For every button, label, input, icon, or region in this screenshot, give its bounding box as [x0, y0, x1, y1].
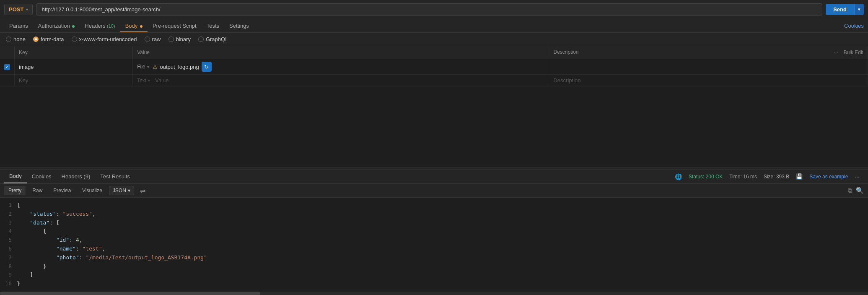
file-type-chevron: ▾ [147, 65, 149, 69]
row-checkbox[interactable]: ✓ [4, 64, 10, 70]
table-row-empty: Key Text ▾ Value Description [0, 75, 868, 86]
radio-circle-form-data [33, 37, 39, 42]
method-select[interactable]: POST ▾ [4, 4, 33, 15]
tab-prerequest[interactable]: Pre-request Script [148, 19, 202, 32]
empty-key[interactable]: Key [15, 75, 133, 86]
radio-graphql[interactable]: GraphQL [198, 36, 228, 42]
code-line-8: 8 } [0, 262, 868, 271]
table-row: ✓ image File ▾ ⚠ output_logo.png [0, 59, 868, 75]
file-type-select[interactable]: File ▾ [137, 64, 149, 70]
code-area: 1 { 2 "status": "success", 3 "data": [ 4… [0, 198, 868, 292]
format-tab-raw[interactable]: Raw [28, 186, 47, 195]
main-layout: POST ▾ Send ▾ Params Authorization Heade… [0, 0, 868, 295]
size-badge: Size: 393 B [764, 174, 789, 180]
authorization-badge-dot [72, 25, 75, 28]
status-ok-badge: Status: 200 OK [689, 174, 723, 180]
request-body-area [0, 86, 868, 167]
search-icon[interactable]: 🔍 [856, 187, 864, 194]
tab-tests[interactable]: Tests [202, 19, 224, 32]
file-value-cell: ⚠ output_logo.png ↻ [153, 62, 212, 72]
refresh-icon[interactable]: ↻ [202, 62, 212, 72]
top-bar: POST ▾ Send ▾ [0, 0, 868, 19]
form-table: Key Value Description ··· Bulk Edit ✓ [0, 46, 868, 86]
json-format-select[interactable]: JSON ▾ [109, 186, 134, 195]
code-line-2: 2 "status": "success", [0, 210, 868, 219]
json-select-chevron: ▾ [128, 188, 130, 193]
body-options: none form-data x-www-form-urlencoded raw… [0, 33, 868, 46]
radio-form-data[interactable]: form-data [33, 36, 64, 42]
cell-description[interactable] [549, 59, 868, 75]
tab-settings[interactable]: Settings [224, 19, 254, 32]
chevron-down-icon: ▾ [26, 7, 28, 12]
method-label: POST [9, 6, 23, 13]
save-example-link[interactable]: Save as example [809, 174, 848, 180]
request-tabs: Params Authorization Headers (10) Body P… [0, 19, 868, 33]
tab-headers[interactable]: Headers (10) [80, 19, 120, 32]
globe-icon: 🌐 [675, 173, 682, 180]
radio-urlencoded[interactable]: x-www-form-urlencoded [72, 36, 137, 42]
wrap-icon[interactable]: ⇌ [140, 187, 145, 195]
code-line-9: 9 ] [0, 271, 868, 279]
radio-raw[interactable]: raw [145, 36, 161, 42]
headers-badge: (10) [107, 23, 115, 29]
scroll-track[interactable] [0, 292, 868, 295]
response-tab-test-results[interactable]: Test Results [95, 170, 135, 183]
code-line-3: 3 "data": [ [0, 219, 868, 227]
copy-icon[interactable]: ⧉ [848, 187, 852, 194]
code-line-7: 7 "photo": "/media/Test/output_logo_ASR1… [0, 253, 868, 262]
form-data-table-wrapper: Key Value Description ··· Bulk Edit ✓ [0, 46, 868, 86]
tab-authorization[interactable]: Authorization [33, 19, 80, 32]
tab-body[interactable]: Body [120, 19, 148, 32]
url-input[interactable] [36, 3, 822, 16]
send-button[interactable]: Send [826, 4, 854, 15]
cell-value: File ▾ ⚠ output_logo.png ↻ [133, 59, 549, 75]
format-tab-visualize[interactable]: Visualize [78, 186, 106, 195]
radio-binary[interactable]: binary [168, 36, 191, 42]
time-badge: Time: 16 ms [729, 174, 757, 180]
code-line-1: 1 { [0, 201, 868, 210]
format-tabs-bar: Pretty Raw Preview Visualize JSON ▾ ⇌ ⧉ … [0, 184, 868, 198]
bulk-edit-button[interactable]: Bulk Edit [844, 50, 863, 55]
code-line-6: 6 "name": "test", [0, 245, 868, 253]
radio-none[interactable]: none [6, 36, 26, 42]
radio-circle-graphql [198, 37, 204, 42]
more-icon[interactable]: ··· [834, 49, 839, 56]
body-badge-dot [140, 25, 143, 28]
response-panel: Body Cookies Headers (9) Test Results 🌐 … [0, 170, 868, 295]
th-value: Value [133, 46, 549, 59]
send-button-wrapper: Send ▾ [826, 4, 864, 15]
response-tab-cookies[interactable]: Cookies [27, 170, 57, 183]
th-description: Description ··· Bulk Edit [549, 46, 868, 59]
th-checkbox [0, 46, 15, 59]
th-key: Key [15, 46, 133, 59]
radio-circle-binary [168, 37, 174, 42]
tab-params[interactable]: Params [4, 19, 33, 32]
empty-type-chevron: ▾ [148, 78, 150, 83]
code-line-5: 5 "id": 4, [0, 236, 868, 245]
cell-key[interactable]: image [15, 59, 133, 75]
more-options-icon[interactable]: ··· [855, 173, 860, 180]
file-name-label: output_logo.png [160, 64, 199, 70]
radio-circle-none [6, 37, 11, 42]
empty-value: Text ▾ Value [133, 75, 549, 86]
cookies-link[interactable]: Cookies [844, 23, 864, 29]
response-status-bar: 🌐 Status: 200 OK Time: 16 ms Size: 393 B… [675, 173, 864, 180]
response-tab-headers[interactable]: Headers (9) [57, 170, 96, 183]
floppy-icon: 💾 [796, 173, 803, 180]
radio-circle-urlencoded [72, 37, 77, 42]
format-tab-preview[interactable]: Preview [49, 186, 75, 195]
format-tab-pretty[interactable]: Pretty [4, 186, 26, 195]
scroll-thumb [0, 292, 260, 295]
response-tab-body[interactable]: Body [4, 170, 27, 183]
warning-icon: ⚠ [153, 64, 158, 70]
send-dropdown-button[interactable]: ▾ [854, 4, 864, 15]
code-line-4: 4 { [0, 227, 868, 236]
radio-circle-raw [145, 37, 150, 42]
empty-description: Description [549, 75, 868, 86]
code-line-10: 10 } [0, 279, 868, 288]
response-tabs-bar: Body Cookies Headers (9) Test Results 🌐 … [0, 170, 868, 184]
